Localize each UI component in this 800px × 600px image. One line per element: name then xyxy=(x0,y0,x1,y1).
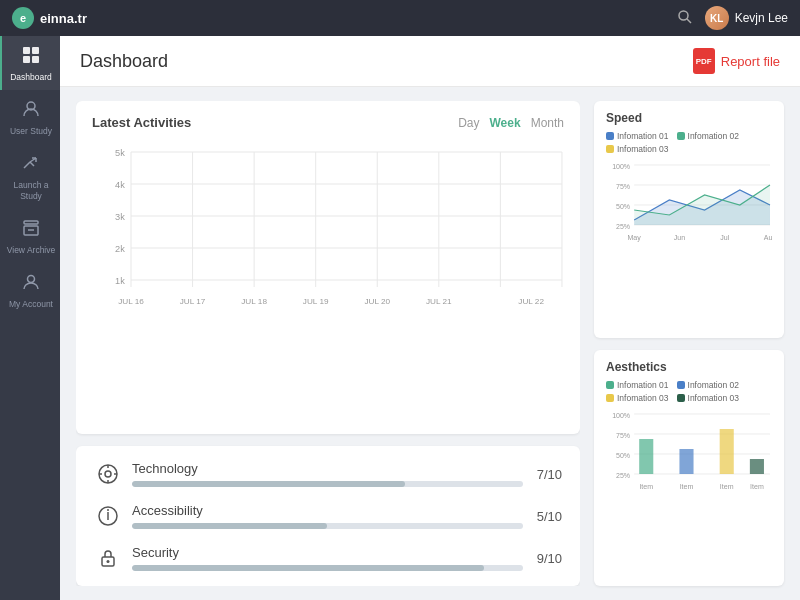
svg-rect-5 xyxy=(32,56,39,63)
nav-right: KL Kevjn Lee xyxy=(677,6,788,30)
svg-text:Item: Item xyxy=(680,483,694,490)
aesthetics-legend-item-2: Infomation 02 xyxy=(677,380,740,390)
logo-icon: e xyxy=(12,7,34,29)
svg-point-37 xyxy=(105,471,111,477)
legend-dot-2 xyxy=(677,132,685,140)
aest-legend-label-3: Infomation 03 xyxy=(617,393,669,403)
sidebar-item-label: View Archive xyxy=(7,245,56,255)
speed-chart-title: Speed xyxy=(606,111,772,125)
report-file-button[interactable]: PDF Report file xyxy=(693,48,780,74)
aesthetics-legend-item-3: Infomation 03 xyxy=(606,393,669,403)
svg-text:JUL 17: JUL 17 xyxy=(180,297,206,306)
technology-bar xyxy=(132,481,523,487)
tab-month[interactable]: Month xyxy=(531,116,564,130)
security-bar xyxy=(132,565,523,571)
security-bar-fill xyxy=(132,565,484,571)
aest-legend-dot-3 xyxy=(606,394,614,402)
sidebar-item-label: Dashboard xyxy=(10,72,52,82)
svg-text:Item: Item xyxy=(750,483,764,490)
content-inner: Latest Activities Day Week Month xyxy=(60,87,800,600)
svg-rect-71 xyxy=(720,429,734,474)
svg-point-0 xyxy=(679,11,688,20)
aest-legend-dot-4 xyxy=(677,394,685,402)
security-icon xyxy=(94,544,122,572)
chart-header: Latest Activities Day Week Month xyxy=(92,115,564,130)
pdf-icon: PDF xyxy=(693,48,715,74)
dashboard-icon xyxy=(22,46,40,68)
technology-info: Technology xyxy=(132,461,523,487)
top-nav: e einna.tr KL Kevjn Lee xyxy=(0,0,800,36)
my-account-icon xyxy=(22,273,40,295)
svg-text:Item: Item xyxy=(639,483,653,490)
metrics-card: Technology 7/10 xyxy=(76,446,580,586)
svg-text:4k: 4k xyxy=(115,180,125,190)
security-info: Security xyxy=(132,545,523,571)
aest-legend-label-2: Infomation 02 xyxy=(688,380,740,390)
user-name: Kevjn Lee xyxy=(735,11,788,25)
speed-legend-item-2: Infomation 02 xyxy=(677,131,740,141)
user-study-icon xyxy=(22,100,40,122)
aesthetics-legend: Infomation 01 Infomation 02 Infomation 0… xyxy=(606,380,772,403)
technology-bar-fill xyxy=(132,481,405,487)
search-button[interactable] xyxy=(677,9,693,28)
page-header: Dashboard PDF Report file xyxy=(60,36,800,87)
svg-text:Jul: Jul xyxy=(720,234,729,241)
svg-rect-72 xyxy=(750,459,764,474)
svg-text:Item: Item xyxy=(720,483,734,490)
aesthetics-chart-title: Aesthetics xyxy=(606,360,772,374)
svg-text:JUL 21: JUL 21 xyxy=(426,297,452,306)
security-label: Security xyxy=(132,545,523,560)
svg-text:25%: 25% xyxy=(616,472,630,479)
sidebar-item-my-account[interactable]: My Account xyxy=(0,263,60,317)
sidebar-item-label: User Study xyxy=(10,126,52,136)
latest-activities-card: Latest Activities Day Week Month xyxy=(76,101,580,434)
svg-text:3k: 3k xyxy=(115,212,125,222)
sidebar-item-label: Launch a Study xyxy=(2,180,60,200)
legend-dot-1 xyxy=(606,132,614,140)
svg-text:Aug: Aug xyxy=(764,234,772,242)
launch-study-icon xyxy=(22,154,40,176)
avatar: KL xyxy=(705,6,729,30)
sidebar-item-dashboard[interactable]: Dashboard xyxy=(0,36,60,90)
chart-title: Latest Activities xyxy=(92,115,191,130)
svg-text:Jun: Jun xyxy=(674,234,685,241)
tab-day[interactable]: Day xyxy=(458,116,479,130)
sidebar-item-view-archive[interactable]: View Archive xyxy=(0,209,60,263)
svg-text:May: May xyxy=(628,234,642,242)
accessibility-icon xyxy=(94,502,122,530)
metric-row-accessibility: Accessibility 5/10 xyxy=(94,502,562,530)
svg-point-46 xyxy=(107,560,110,563)
svg-text:50%: 50% xyxy=(616,203,630,210)
accessibility-score: 5/10 xyxy=(537,509,562,524)
user-area[interactable]: KL Kevjn Lee xyxy=(705,6,788,30)
svg-text:75%: 75% xyxy=(616,432,630,439)
speed-chart-card: Speed Infomation 01 Infomation 02 Inf xyxy=(594,101,784,338)
aest-legend-dot-1 xyxy=(606,381,614,389)
right-panel: Speed Infomation 01 Infomation 02 Inf xyxy=(594,101,784,586)
metric-row-technology: Technology 7/10 xyxy=(94,460,562,488)
aest-legend-label-1: Infomation 01 xyxy=(617,380,669,390)
svg-rect-69 xyxy=(639,439,653,474)
sidebar-item-user-study[interactable]: User Study xyxy=(0,90,60,144)
legend-label-2: Infomation 02 xyxy=(688,131,740,141)
svg-text:50%: 50% xyxy=(616,452,630,459)
metric-row-security: Security 9/10 xyxy=(94,544,562,572)
svg-text:JUL 18: JUL 18 xyxy=(241,297,267,306)
tab-week[interactable]: Week xyxy=(490,116,521,130)
svg-text:1k: 1k xyxy=(115,276,125,286)
aesthetics-chart-card: Aesthetics Infomation 01 Infomation 02 xyxy=(594,350,784,587)
page-title: Dashboard xyxy=(80,51,168,72)
svg-text:5k: 5k xyxy=(115,148,125,158)
sidebar: Dashboard User Study Launch a Study xyxy=(0,36,60,600)
main-layout: Dashboard User Study Launch a Study xyxy=(0,36,800,600)
content-area: Dashboard PDF Report file Latest Activit… xyxy=(60,36,800,600)
svg-line-1 xyxy=(687,19,691,23)
security-score: 9/10 xyxy=(537,551,562,566)
accessibility-bar-fill xyxy=(132,523,327,529)
aesthetics-legend-item-1: Infomation 01 xyxy=(606,380,669,390)
aesthetics-chart-area: 100% 75% 50% 25% Item Item xyxy=(606,409,772,499)
speed-legend: Infomation 01 Infomation 02 Infomation 0… xyxy=(606,131,772,154)
sidebar-item-launch-study[interactable]: Launch a Study xyxy=(0,144,60,208)
svg-text:JUL 19: JUL 19 xyxy=(303,297,329,306)
svg-text:100%: 100% xyxy=(612,163,630,170)
